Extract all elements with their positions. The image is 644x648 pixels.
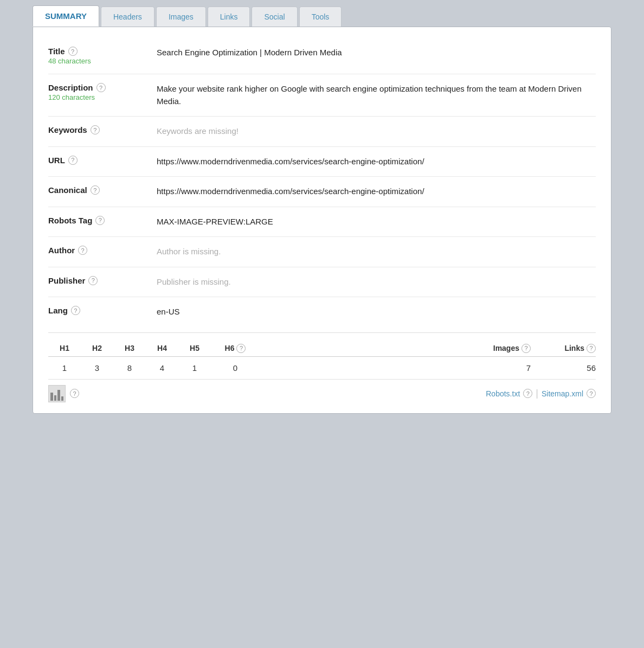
h6-value: 0 bbox=[211, 363, 260, 373]
robots-txt-link[interactable]: Robots.txt bbox=[486, 389, 520, 398]
canonical-value: https://www.moderndrivenmedia.com/servic… bbox=[157, 185, 596, 198]
tab-images[interactable]: Images bbox=[156, 7, 206, 27]
title-value: Search Engine Optimization | Modern Driv… bbox=[157, 47, 596, 59]
publisher-row: Publisher ? Publisher is missing. bbox=[48, 267, 596, 297]
author-label-col: Author ? bbox=[48, 246, 157, 255]
h3-value: 8 bbox=[113, 363, 146, 373]
main-container: SUMMARY Headers Images Links Social Tool… bbox=[33, 5, 611, 414]
tab-headers[interactable]: Headers bbox=[101, 7, 154, 27]
keywords-help-icon[interactable]: ? bbox=[91, 125, 100, 134]
stats-header-row: H1 H2 H3 H4 H5 H6 ? Images ? Links ? bbox=[48, 338, 596, 357]
robots-tag-value: MAX-IMAGE-PREVIEW:LARGE bbox=[157, 216, 596, 228]
author-row: Author ? Author is missing. bbox=[48, 237, 596, 267]
canonical-help-icon[interactable]: ? bbox=[91, 185, 100, 195]
lang-row: Lang ? en-US bbox=[48, 297, 596, 327]
graph-help-icon[interactable]: ? bbox=[70, 389, 79, 398]
robots-tag-row: Robots Tag ? MAX-IMAGE-PREVIEW:LARGE bbox=[48, 207, 596, 237]
canonical-label-col: Canonical ? bbox=[48, 185, 157, 195]
links-help-icon[interactable]: ? bbox=[587, 344, 596, 353]
keywords-label-col: Keywords ? bbox=[48, 125, 157, 134]
description-char-count: 120 characters bbox=[48, 93, 146, 101]
author-help-icon[interactable]: ? bbox=[78, 246, 87, 255]
canonical-label: Canonical ? bbox=[48, 185, 146, 195]
summary-panel: Title ? 48 characters Search Engine Opti… bbox=[33, 27, 611, 414]
stats-data-row: 1 3 8 4 1 0 7 56 bbox=[48, 357, 596, 377]
publisher-value: Publisher is missing. bbox=[157, 276, 596, 288]
images-header: Images ? bbox=[260, 344, 542, 353]
title-row: Title ? 48 characters Search Engine Opti… bbox=[48, 38, 596, 74]
tab-summary[interactable]: SUMMARY bbox=[33, 5, 99, 27]
h6-header: H6 ? bbox=[211, 344, 260, 353]
lang-help-icon[interactable]: ? bbox=[71, 306, 80, 315]
robots-tag-label-col: Robots Tag ? bbox=[48, 216, 157, 225]
url-label-col: URL ? bbox=[48, 156, 157, 165]
links-value: 56 bbox=[542, 363, 596, 373]
h2-value: 3 bbox=[81, 363, 113, 373]
description-label-col: Description ? 120 characters bbox=[48, 83, 157, 101]
publisher-help-icon[interactable]: ? bbox=[88, 276, 98, 285]
graph-icon[interactable] bbox=[48, 385, 66, 402]
description-help-icon[interactable]: ? bbox=[96, 83, 106, 92]
h1-value: 1 bbox=[48, 363, 81, 373]
description-row: Description ? 120 characters Make your w… bbox=[48, 74, 596, 116]
links-header: Links ? bbox=[542, 344, 596, 353]
title-label: Title ? bbox=[48, 47, 146, 56]
h6-help-icon[interactable]: ? bbox=[236, 344, 246, 353]
footer-left: ? bbox=[48, 385, 79, 402]
description-label: Description ? bbox=[48, 83, 146, 92]
url-help-icon[interactable]: ? bbox=[68, 156, 78, 165]
stats-section: H1 H2 H3 H4 H5 H6 ? Images ? Links ? bbox=[48, 332, 596, 402]
sitemap-xml-link[interactable]: Sitemap.xml bbox=[542, 389, 583, 398]
lang-value: en-US bbox=[157, 306, 596, 318]
h4-value: 4 bbox=[146, 363, 178, 373]
images-help-icon[interactable]: ? bbox=[521, 344, 531, 353]
robots-tag-help-icon[interactable]: ? bbox=[95, 216, 105, 225]
url-value: https://www.moderndrivenmedia.com/servic… bbox=[157, 156, 596, 168]
url-row: URL ? https://www.moderndrivenmedia.com/… bbox=[48, 147, 596, 177]
author-value: Author is missing. bbox=[157, 246, 596, 258]
h4-header: H4 bbox=[146, 344, 178, 352]
robots-txt-help-icon[interactable]: ? bbox=[523, 389, 532, 398]
publisher-label-col: Publisher ? bbox=[48, 276, 157, 285]
canonical-row: Canonical ? https://www.moderndrivenmedi… bbox=[48, 177, 596, 207]
graph-bar-4 bbox=[61, 396, 64, 400]
graph-bar-3 bbox=[57, 390, 60, 400]
h5-value: 1 bbox=[178, 363, 211, 373]
keywords-label: Keywords ? bbox=[48, 125, 146, 134]
keywords-row: Keywords ? Keywords are missing! bbox=[48, 117, 596, 146]
footer-separator: | bbox=[536, 388, 538, 399]
footer-right: Robots.txt ? | Sitemap.xml ? bbox=[486, 388, 596, 399]
description-value: Make your website rank higher on Google … bbox=[157, 83, 596, 107]
robots-tag-label: Robots Tag ? bbox=[48, 216, 146, 225]
h5-header: H5 bbox=[178, 344, 211, 352]
url-label: URL ? bbox=[48, 156, 146, 165]
lang-label: Lang ? bbox=[48, 306, 146, 315]
title-label-col: Title ? 48 characters bbox=[48, 47, 157, 65]
sitemap-help-icon[interactable]: ? bbox=[587, 389, 596, 398]
title-char-count: 48 characters bbox=[48, 57, 146, 65]
tab-links[interactable]: Links bbox=[208, 7, 250, 27]
author-label: Author ? bbox=[48, 246, 146, 255]
title-help-icon[interactable]: ? bbox=[68, 47, 78, 56]
graph-bar-1 bbox=[50, 393, 53, 400]
graph-bar-2 bbox=[54, 395, 57, 401]
h1-header: H1 bbox=[48, 344, 81, 352]
tab-tools[interactable]: Tools bbox=[299, 7, 342, 27]
tab-social[interactable]: Social bbox=[252, 7, 297, 27]
publisher-label: Publisher ? bbox=[48, 276, 146, 285]
footer-row: ? Robots.txt ? | Sitemap.xml ? bbox=[48, 379, 596, 402]
h2-header: H2 bbox=[81, 344, 113, 352]
keywords-value: Keywords are missing! bbox=[157, 125, 596, 138]
lang-label-col: Lang ? bbox=[48, 306, 157, 315]
h3-header: H3 bbox=[113, 344, 146, 352]
tab-bar: SUMMARY Headers Images Links Social Tool… bbox=[33, 5, 611, 27]
images-value: 7 bbox=[260, 363, 542, 373]
